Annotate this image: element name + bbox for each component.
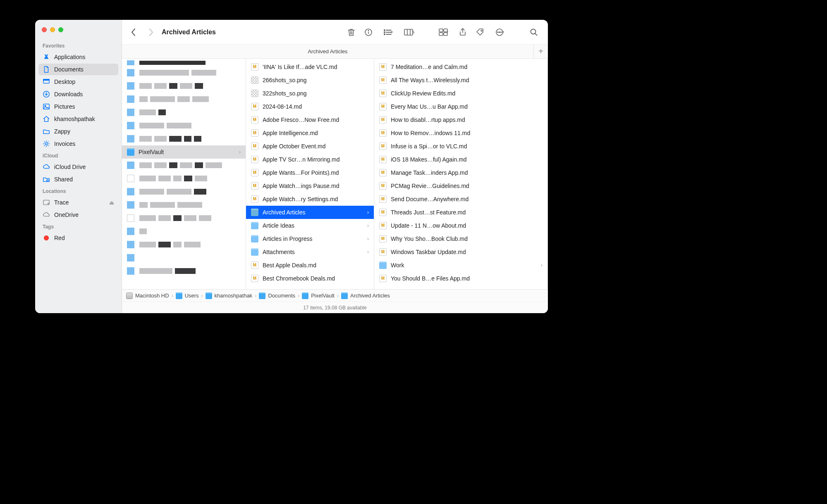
column-1-item[interactable] [122, 79, 246, 93]
sidebar-item-desktop[interactable]: Desktop [38, 76, 118, 88]
column-3-item[interactable]: Every Mac Us…u Bar App.md [374, 100, 547, 113]
item-label: Apple Watch…ings Pause.md [263, 183, 369, 189]
sidebar-item-documents[interactable]: Documents [38, 64, 118, 75]
column-2-item[interactable]: 'IINA' Is Like If…ade VLC.md [246, 60, 374, 74]
minimize-button[interactable] [50, 27, 55, 32]
back-button[interactable] [126, 25, 141, 40]
column-1-item[interactable] [122, 198, 246, 212]
column-1[interactable]: PixelVault› [122, 59, 246, 289]
column-1-item[interactable] [122, 159, 246, 172]
sidebar-section-header: Tags [35, 221, 122, 231]
sidebar-item-applications[interactable]: Applications [38, 51, 118, 63]
sidebar-item-trace[interactable]: Trace⏏ [38, 197, 118, 208]
column-3-item[interactable]: Manage Task…inders App.md [374, 166, 547, 179]
view-button[interactable]: ⇅ [400, 25, 419, 40]
column-2-item[interactable]: Apple Intelligence.md [246, 126, 374, 140]
column-2-item[interactable]: Apple Watch…ry Settings.md [246, 193, 374, 206]
group-button[interactable]: ▾ [378, 25, 397, 40]
breadcrumb-item[interactable]: khamoshpathak [206, 292, 253, 299]
tag-button[interactable] [473, 25, 488, 40]
column-1-item[interactable] [122, 225, 246, 238]
sidebar-item-tag-red[interactable]: Red [38, 232, 118, 244]
column-2-item[interactable]: Article Ideas› [246, 219, 374, 232]
search-button[interactable] [526, 25, 541, 40]
column-2-item[interactable]: 2024-08-14.md [246, 100, 374, 113]
column-2-item[interactable]: Adobe Fresco…Now Free.md [246, 113, 374, 126]
breadcrumb-item[interactable]: Archived Articles [341, 292, 390, 299]
markdown-file-icon [251, 275, 258, 282]
column-2-item[interactable]: Archived Articles› [246, 206, 374, 219]
column-3-item[interactable]: Windows Taskbar Update.md [374, 245, 547, 259]
breadcrumb-item[interactable]: Macintosh HD [126, 292, 169, 299]
icon-size-button[interactable]: ▾ [434, 25, 453, 40]
more-button[interactable]: ▾ [490, 25, 509, 40]
column-2-item[interactable]: Apple October Event.md [246, 140, 374, 153]
item-label: How to Remov…indows 11.md [391, 130, 543, 136]
markdown-file-icon [379, 156, 387, 163]
column-1-item[interactable] [122, 264, 246, 278]
sidebar-item-zappy[interactable]: Zappy [38, 126, 118, 137]
column-1-item[interactable] [122, 119, 246, 132]
item-label: All The Ways t…Wirelessly.md [391, 77, 543, 83]
column-3-item[interactable]: Update - 11 N…ow About.md [374, 219, 547, 232]
column-1-item[interactable] [122, 212, 246, 225]
column-1-item-pixelvault[interactable]: PixelVault› [122, 145, 246, 159]
column-1-item[interactable] [122, 172, 246, 185]
sidebar-item-downloads[interactable]: Downloads [38, 88, 118, 100]
breadcrumb-item[interactable]: Users [176, 292, 199, 299]
column-2-item[interactable]: Apple Watch…ings Pause.md [246, 179, 374, 193]
eject-icon[interactable]: ⏏ [109, 200, 114, 206]
sidebar-item-onedrive[interactable]: OneDrive [38, 209, 118, 221]
trash-button[interactable] [344, 25, 359, 40]
column-3-item[interactable]: All The Ways t…Wirelessly.md [374, 74, 547, 87]
column-2-item[interactable]: Apple TV Scr…n Mirroring.md [246, 153, 374, 166]
tab-archived-articles[interactable]: Archived Articles [122, 45, 534, 58]
path-bar[interactable]: Macintosh HD›Users›khamoshpathak›Documen… [122, 289, 548, 302]
column-2-item[interactable]: Articles in Progress› [246, 232, 374, 245]
column-1-item[interactable] [122, 238, 246, 251]
info-button[interactable] [361, 25, 376, 40]
sidebar-item-pictures[interactable]: Pictures [38, 101, 118, 112]
column-1-item[interactable] [122, 132, 246, 145]
column-1-item[interactable] [122, 185, 246, 198]
column-1-item[interactable] [122, 66, 246, 79]
column-3-item[interactable]: ClickUp Review Edits.md [374, 87, 547, 100]
column-3-item[interactable]: How to Remov…indows 11.md [374, 126, 547, 140]
forward-button[interactable] [143, 25, 158, 40]
breadcrumb-item[interactable]: PixelVault [302, 292, 335, 299]
sidebar-item-label: iCloud Drive [54, 164, 114, 170]
column-3-item[interactable]: 7 Meditation…e and Calm.md [374, 60, 547, 74]
column-2-item[interactable]: Attachments› [246, 245, 374, 259]
column-3-item[interactable]: You Should B…e Files App.md [374, 272, 547, 285]
column-3-item[interactable]: iOS 18 Makes…ful) Again.md [374, 153, 547, 166]
column-3-item[interactable]: How to disabl…rtup apps.md [374, 113, 547, 126]
sidebar-item-invoices[interactable]: Invoices [38, 138, 118, 150]
breadcrumb-item[interactable]: Documents [259, 292, 295, 299]
column-3-item[interactable]: Work› [374, 259, 547, 272]
column-3-item[interactable]: Why You Sho…Book Club.md [374, 232, 547, 245]
column-2[interactable]: 'IINA' Is Like If…ade VLC.md266shots_so.… [246, 59, 374, 289]
column-3-item[interactable]: PCMag Revie…Guidelines.md [374, 179, 547, 193]
column-1-item[interactable] [122, 251, 246, 264]
sidebar-item-label: Desktop [54, 78, 114, 85]
item-label: Manage Task…inders App.md [391, 169, 543, 176]
column-2-item[interactable]: Best Apple Deals.md [246, 259, 374, 272]
chevron-down-icon: ▾ [391, 30, 393, 34]
column-2-item[interactable]: 322shots_so.png [246, 87, 374, 100]
column-2-item[interactable]: Best Chromebook Deals.md [246, 272, 374, 285]
column-1-item[interactable] [122, 106, 246, 119]
close-button[interactable] [42, 27, 47, 32]
column-2-item[interactable]: Apple Wants…For Points).md [246, 166, 374, 179]
column-3[interactable]: 7 Meditation…e and Calm.mdAll The Ways t… [374, 59, 548, 289]
column-1-item[interactable] [122, 93, 246, 106]
column-2-item[interactable]: 266shots_so.png [246, 74, 374, 87]
new-tab-button[interactable]: + [534, 45, 548, 58]
column-3-item[interactable]: Threads Just…st Feature.md [374, 206, 547, 219]
zoom-button[interactable] [58, 27, 63, 32]
sidebar-item-shared[interactable]: Shared [38, 174, 118, 185]
column-3-item[interactable]: Send Docume…Anywhere.md [374, 193, 547, 206]
share-button[interactable] [455, 25, 470, 40]
sidebar-item-home[interactable]: khamoshpathak [38, 113, 118, 125]
column-3-item[interactable]: Infuse is a Spi…or to VLC.md [374, 140, 547, 153]
sidebar-item-iclouddrive[interactable]: iCloud Drive [38, 161, 118, 173]
